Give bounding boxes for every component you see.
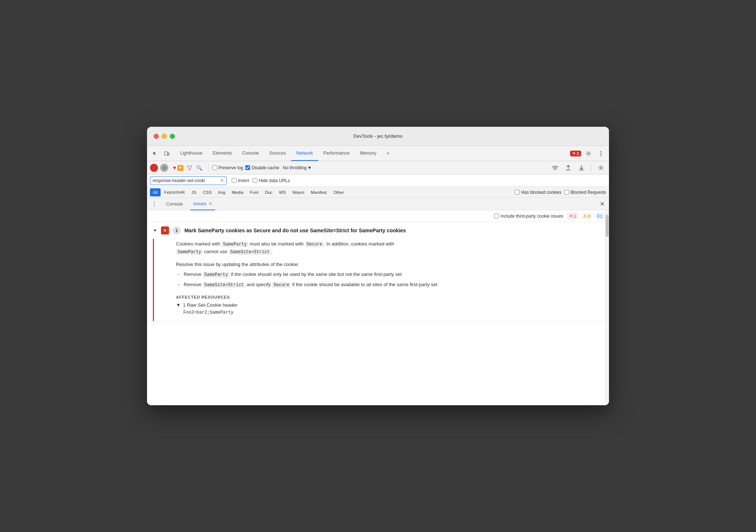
type-btn-ws[interactable]: WS (276, 188, 289, 196)
blocked-requests-checkbox[interactable]: Blocked Requests (564, 190, 606, 195)
hide-data-urls-input[interactable] (253, 178, 257, 183)
sameparty-code-3: SameParty (203, 272, 230, 278)
desc-text-5: . (271, 249, 273, 254)
panel-close-button[interactable]: ✕ (598, 199, 606, 209)
preserve-log-input[interactable] (212, 165, 217, 170)
resource-expand-icon: ▼ (176, 302, 181, 308)
filter-bar: ✕ Invert Hide data URLs (147, 174, 609, 187)
issues-area: Include third-party cookie issues ✕ 1 ⚠ … (147, 210, 609, 405)
search-icon[interactable]: 🔍 (194, 163, 205, 173)
settings-gear-icon[interactable] (596, 163, 606, 173)
third-party-input[interactable] (494, 214, 499, 218)
download-icon[interactable] (576, 163, 587, 173)
tab-lighthouse[interactable]: Lighthouse (175, 146, 208, 161)
issues-tab-close[interactable]: ✕ (209, 201, 212, 206)
info-count-badge: ℹ 1 (595, 213, 605, 219)
has-blocked-cookies-checkbox[interactable]: Has blocked cookies (515, 190, 561, 195)
tab-elements[interactable]: Elements (208, 146, 237, 161)
type-btn-all[interactable]: All (150, 188, 161, 196)
type-btn-css[interactable]: CSS (200, 188, 214, 196)
type-btn-img[interactable]: Img (215, 188, 228, 196)
cursor-icon[interactable] (150, 148, 160, 159)
filter-icon[interactable]: ▼🔽 (170, 164, 185, 171)
devtools-body: Lighthouse Elements Console Sources Netw… (147, 146, 609, 405)
scrollbar-track[interactable] (605, 210, 609, 405)
desc-text-3: . In addition, cookies marked with (324, 241, 394, 247)
svg-rect-1 (168, 153, 169, 155)
tab-network[interactable]: Network (291, 146, 318, 161)
device-toggle-icon[interactable] (162, 148, 172, 159)
disable-cache-checkbox[interactable]: Disable cache (245, 165, 279, 170)
hide-data-urls-checkbox[interactable]: Hide data URLs (253, 178, 290, 183)
blocked-requests-input[interactable] (564, 190, 569, 195)
toolbar-divider-2 (591, 164, 591, 171)
panel-tab-console[interactable]: Console (163, 198, 186, 210)
svg-point-5 (601, 155, 602, 156)
issue-bullets: → Remove SameParty if the cookie should … (176, 271, 587, 288)
secure-code-2: Secure (272, 282, 291, 288)
filter-clear-button[interactable]: ✕ (220, 178, 224, 183)
filter-input-wrap[interactable]: ✕ (150, 176, 227, 185)
issues-panel-header: ⋮ Console Issues ✕ ✕ (147, 198, 609, 210)
record-button[interactable] (150, 164, 158, 172)
network-toolbar-right (550, 163, 606, 173)
svg-point-3 (601, 151, 602, 152)
upload-icon[interactable] (563, 163, 573, 173)
invert-checkbox[interactable]: Invert (232, 178, 249, 183)
filter-input[interactable] (153, 178, 219, 183)
sameparty-code-1: SameParty (221, 241, 248, 247)
issue-badges: ✕ 1 ⚠ 0 ℹ 1 (567, 213, 605, 219)
issue-bullet-1: → Remove SameParty if the cookie should … (176, 271, 587, 277)
toolbar-divider (208, 164, 209, 171)
has-blocked-cookies-input[interactable] (515, 190, 520, 195)
close-button[interactable] (154, 134, 159, 139)
preserve-log-checkbox[interactable]: Preserve log (212, 165, 243, 170)
issue-item: ▼ ✕ 1 Mark SameParty cookies as Secure a… (147, 222, 609, 321)
scrollbar-thumb[interactable] (606, 215, 609, 237)
svg-point-2 (588, 152, 590, 154)
issues-toolbar: Include third-party cookie issues ✕ 1 ⚠ … (147, 210, 609, 222)
samesite-code-2: SameSite=Strict (203, 282, 245, 288)
type-btn-manifest[interactable]: Manifest (308, 188, 330, 196)
tab-performance[interactable]: Performance (318, 146, 355, 161)
type-btn-js[interactable]: JS (188, 188, 199, 196)
affected-resources-label: AFFECTED RESOURCES (176, 295, 587, 299)
third-party-checkbox[interactable]: Include third-party cookie issues (494, 214, 563, 219)
tab-memory[interactable]: Memory (355, 146, 381, 161)
svg-point-4 (601, 153, 602, 154)
type-btn-wasm[interactable]: Wasm (290, 188, 307, 196)
type-btn-doc[interactable]: Doc (262, 188, 275, 196)
disable-cache-input[interactable] (245, 165, 250, 170)
svg-rect-0 (165, 152, 168, 155)
throttle-select[interactable]: No throttling ▼ (282, 165, 313, 171)
settings-icon[interactable] (583, 148, 594, 159)
more-options-icon[interactable] (596, 148, 606, 159)
invert-input[interactable] (232, 178, 236, 183)
type-btn-fetch[interactable]: Fetch/XHR (161, 188, 188, 196)
issue-header[interactable]: ▼ ✕ 1 Mark SameParty cookies as Secure a… (147, 222, 609, 239)
type-btn-font[interactable]: Font (247, 188, 261, 196)
maximize-button[interactable] (170, 134, 175, 139)
issue-title: Mark SameParty cookies as Secure and do … (184, 228, 406, 233)
filter-funnel-icon[interactable]: ▽ (187, 164, 192, 172)
panel-tab-issues[interactable]: Issues ✕ (190, 198, 215, 210)
error-badge[interactable]: ✕ 1 (570, 151, 581, 156)
tab-sources[interactable]: Sources (264, 146, 291, 161)
issue-bullet-2: → Remove SameSite=Strict and specify Sec… (176, 282, 587, 288)
stop-button[interactable]: ⊘ (160, 164, 168, 172)
tab-console[interactable]: Console (237, 146, 264, 161)
tab-more[interactable]: » (382, 146, 394, 161)
minimize-button[interactable] (162, 134, 167, 139)
desc-text-2: must also be marked with (248, 241, 305, 247)
network-toolbar: ⊘ ▼🔽 ▽ 🔍 Preserve log Disable cache No t… (147, 161, 609, 174)
type-filter-right: Has blocked cookies Blocked Requests (515, 190, 606, 195)
tab-nav: Lighthouse Elements Console Sources Netw… (175, 146, 570, 161)
toolbar-icons (150, 148, 172, 159)
type-btn-other[interactable]: Other (330, 188, 347, 196)
error-count-badge: ✕ 1 (567, 213, 578, 219)
panel-dots-menu[interactable]: ⋮ (150, 200, 159, 208)
wifi-icon[interactable] (550, 163, 560, 173)
issue-description: Cookies marked with SameParty must also … (176, 240, 587, 256)
resource-toggle[interactable]: ▼ 1 Raw Set-Cookie header (176, 302, 587, 308)
type-btn-media[interactable]: Media (229, 188, 246, 196)
